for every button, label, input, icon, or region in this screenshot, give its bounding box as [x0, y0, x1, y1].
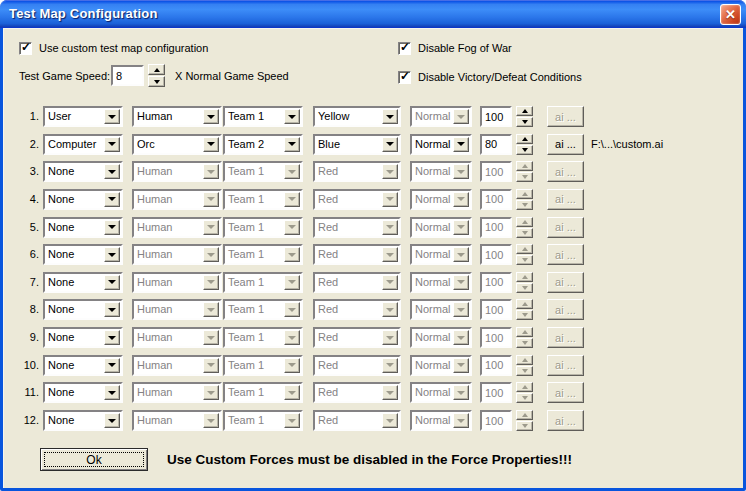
ok-button[interactable]: Ok	[40, 448, 148, 471]
up-arrow-icon	[522, 330, 528, 334]
player-row: 10.NoneHumanTeam 1RedNormalai ...	[3, 355, 743, 376]
team-select[interactable]: Team 2	[223, 134, 303, 155]
team-select-value: Team 1	[225, 246, 283, 263]
chevron-down-icon	[288, 197, 296, 201]
player-type-select[interactable]: None	[43, 410, 123, 431]
dropdown-arrow-button	[284, 385, 300, 400]
team-select: Team 1	[223, 189, 303, 210]
color-select-value: Red	[315, 274, 381, 291]
player-type-select[interactable]: User	[43, 106, 123, 127]
player-type-select[interactable]: None	[43, 189, 123, 210]
player-type-select-value: None	[45, 412, 103, 429]
game-speed-label: Test Game Speed:	[19, 70, 110, 83]
use-custom-config-label: Use custom test map configuration	[39, 42, 208, 55]
dropdown-arrow-button[interactable]	[104, 413, 120, 428]
ai-button: ai ...	[547, 106, 584, 127]
spin-up-button[interactable]	[516, 106, 533, 116]
difficulty-select: Normal	[410, 299, 472, 320]
dropdown-arrow-button[interactable]	[203, 137, 219, 152]
color-select-value: Red	[315, 384, 381, 401]
chevron-down-icon	[457, 280, 465, 284]
handicap-spinner	[516, 217, 533, 238]
down-arrow-icon	[522, 231, 528, 235]
close-button[interactable]: ✕	[720, 4, 741, 25]
team-select-value: Team 1	[225, 219, 283, 236]
difficulty-select: Normal	[410, 189, 472, 210]
row-number: 2.	[11, 138, 39, 150]
spin-down-button[interactable]	[516, 117, 533, 127]
dropdown-arrow-button[interactable]	[203, 109, 219, 124]
chevron-down-icon	[108, 253, 116, 257]
dropdown-arrow-button[interactable]	[104, 330, 120, 345]
player-type-select[interactable]: None	[43, 327, 123, 348]
difficulty-select-value: Normal	[412, 191, 452, 208]
dropdown-arrow-button[interactable]	[104, 302, 120, 317]
player-row: 3.NoneHumanTeam 1RedNormalai ...	[3, 161, 743, 182]
team-select: Team 1	[223, 355, 303, 376]
spin-up-button	[516, 355, 533, 365]
row-number: 8.	[11, 303, 39, 315]
chevron-down-icon	[386, 419, 394, 423]
color-select[interactable]: Yellow	[313, 106, 401, 127]
title-bar[interactable]: Test Map Configuration ✕	[0, 0, 746, 28]
difficulty-select-value: Normal	[412, 163, 452, 180]
spin-up-button[interactable]	[516, 134, 533, 144]
dropdown-arrow-button[interactable]	[104, 164, 120, 179]
player-type-select[interactable]: None	[43, 355, 123, 376]
dropdown-arrow-button[interactable]	[104, 220, 120, 235]
ai-button[interactable]: ai ...	[547, 134, 584, 155]
dropdown-arrow-button[interactable]	[104, 137, 120, 152]
up-arrow-icon	[522, 220, 528, 224]
player-type-select[interactable]: None	[43, 382, 123, 403]
handicap-input[interactable]	[480, 106, 512, 127]
disable-fog-checkbox[interactable]: ✓	[398, 42, 411, 55]
row-number: 12.	[11, 414, 39, 426]
dropdown-arrow-button[interactable]	[284, 137, 300, 152]
player-type-select[interactable]: None	[43, 161, 123, 182]
dropdown-arrow-button[interactable]	[382, 109, 398, 124]
color-select[interactable]: Blue	[313, 134, 401, 155]
disable-victory-checkbox[interactable]: ✓	[398, 71, 411, 84]
player-type-select[interactable]: None	[43, 244, 123, 265]
dropdown-arrow-button[interactable]	[382, 137, 398, 152]
dropdown-arrow-button[interactable]	[104, 358, 120, 373]
up-arrow-icon	[154, 68, 160, 72]
ai-button: ai ...	[547, 299, 584, 320]
race-select[interactable]: Human	[132, 106, 222, 127]
chevron-down-icon	[207, 197, 215, 201]
player-type-select[interactable]: None	[43, 272, 123, 293]
spin-down-button[interactable]	[148, 76, 165, 87]
chevron-down-icon	[207, 280, 215, 284]
team-select[interactable]: Team 1	[223, 106, 303, 127]
dropdown-arrow-button[interactable]	[104, 275, 120, 290]
dropdown-arrow-button[interactable]	[104, 192, 120, 207]
player-type-select[interactable]: None	[43, 299, 123, 320]
handicap-input	[480, 189, 512, 210]
dropdown-arrow-button[interactable]	[453, 137, 469, 152]
dropdown-arrow-button[interactable]	[104, 109, 120, 124]
color-select-value: Red	[315, 191, 381, 208]
chevron-down-icon	[207, 253, 215, 257]
dropdown-arrow-button[interactable]	[284, 109, 300, 124]
use-custom-config-checkbox[interactable]: ✓	[19, 42, 32, 55]
dropdown-arrow-button[interactable]	[104, 385, 120, 400]
chevron-down-icon	[288, 142, 296, 146]
player-type-select-value: None	[45, 384, 103, 401]
up-arrow-icon	[522, 413, 528, 417]
player-type-select[interactable]: None	[43, 217, 123, 238]
dropdown-arrow-button	[203, 302, 219, 317]
dropdown-arrow-button	[453, 275, 469, 290]
dropdown-arrow-button[interactable]	[104, 247, 120, 262]
dialog-content: ✓ Use custom test map configuration Test…	[3, 28, 743, 488]
race-select[interactable]: Orc	[132, 134, 222, 155]
spin-down-button[interactable]	[516, 145, 533, 155]
game-speed-input[interactable]	[111, 65, 144, 86]
chevron-down-icon	[288, 280, 296, 284]
difficulty-select[interactable]: Normal	[410, 134, 472, 155]
player-type-select[interactable]: Computer	[43, 134, 123, 155]
race-select-value: Human	[134, 329, 202, 346]
race-select-value: Human	[134, 246, 202, 263]
spin-up-button[interactable]	[148, 64, 165, 75]
player-row: 12.NoneHumanTeam 1RedNormalai ...	[3, 410, 743, 431]
handicap-input[interactable]	[480, 134, 512, 155]
